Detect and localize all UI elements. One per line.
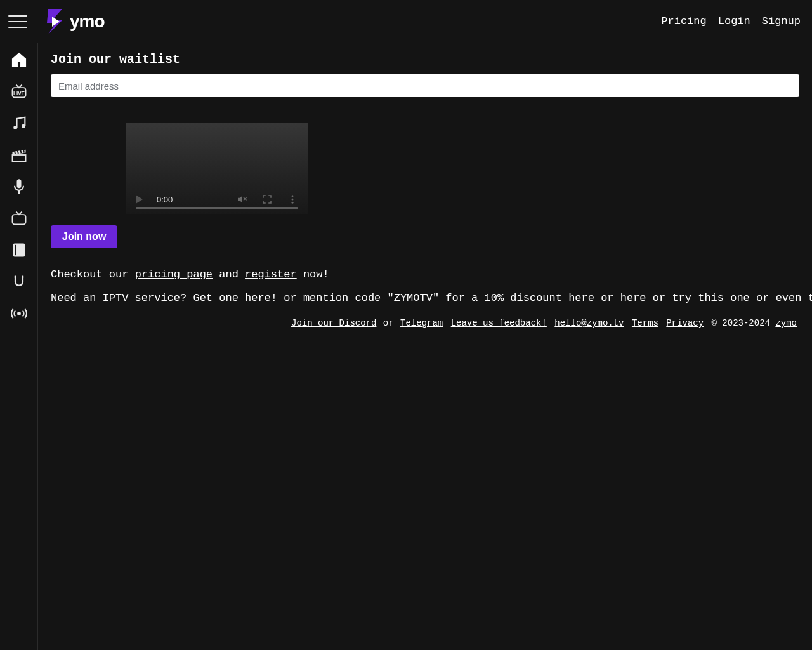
fullscreen-icon[interactable] — [261, 194, 273, 205]
svg-rect-5 — [12, 155, 25, 162]
logo-mark-icon — [43, 8, 66, 36]
movies-icon[interactable] — [9, 145, 29, 165]
svg-text:LIVE: LIVE — [13, 91, 25, 96]
video-progress[interactable] — [136, 207, 298, 209]
iptv-link-5[interactable]: t — [808, 292, 812, 304]
tv-icon[interactable] — [9, 208, 29, 229]
header: ymo Pricing Login Signup — [0, 0, 812, 43]
logo[interactable]: ymo — [43, 8, 105, 36]
footer-terms[interactable]: Terms — [632, 318, 658, 328]
nav-login[interactable]: Login — [718, 15, 750, 27]
iptv-link-2[interactable]: mention code "ZYMOTV" for a 10% discount… — [303, 292, 594, 304]
mute-icon[interactable] — [236, 194, 247, 205]
iptv-link-4[interactable]: this one — [698, 292, 750, 304]
pricing-link[interactable]: pricing page — [135, 269, 213, 281]
music-icon[interactable] — [9, 113, 29, 133]
nav-pricing[interactable]: Pricing — [661, 15, 706, 27]
svg-point-13 — [17, 312, 21, 315]
footer-discord[interactable]: Join our Discord — [291, 318, 376, 328]
iptv-link-1[interactable]: Get one here! — [193, 292, 277, 304]
svg-point-17 — [292, 199, 294, 201]
join-now-button[interactable]: Join now — [51, 225, 117, 248]
email-input[interactable] — [51, 74, 799, 97]
menu-icon[interactable] — [5, 9, 30, 34]
logo-text: ymo — [70, 11, 105, 32]
more-icon[interactable] — [287, 194, 298, 205]
sidebar: LIVE — [0, 43, 38, 650]
pitch-line-2: Need an IPTV service? Get one here! or m… — [51, 289, 799, 307]
video-player[interactable]: 0:00 — [126, 123, 799, 214]
nav-signup[interactable]: Signup — [762, 15, 801, 27]
play-icon[interactable] — [136, 195, 143, 204]
waitlist-heading: Join our waitlist — [51, 52, 799, 67]
iptv-link-3[interactable]: here — [620, 292, 646, 304]
footer: Join our Discord or Telegram Leave us fe… — [51, 318, 799, 328]
magnet-icon[interactable] — [9, 272, 29, 292]
footer-privacy[interactable]: Privacy — [666, 318, 704, 328]
svg-point-18 — [292, 202, 294, 204]
svg-point-4 — [22, 124, 25, 128]
footer-email[interactable]: hello@zymo.tv — [554, 318, 624, 328]
svg-rect-10 — [15, 245, 16, 255]
broadcast-icon[interactable] — [9, 303, 29, 324]
svg-point-16 — [292, 195, 294, 197]
register-link[interactable]: register — [245, 269, 297, 281]
mic-icon[interactable] — [9, 176, 29, 197]
footer-zymo[interactable]: zymo — [775, 318, 797, 328]
svg-rect-8 — [12, 215, 25, 224]
pitch-line-1: Checkout our pricing page and register n… — [51, 266, 799, 283]
svg-point-3 — [13, 126, 17, 129]
header-links: Pricing Login Signup — [661, 15, 801, 27]
main-content: Join our waitlist 0:00 Join now — [38, 43, 812, 650]
home-icon[interactable] — [9, 50, 29, 70]
live-icon[interactable]: LIVE — [9, 81, 29, 102]
svg-rect-6 — [16, 179, 21, 188]
footer-telegram[interactable]: Telegram — [400, 318, 443, 328]
footer-feedback[interactable]: Leave us feedback! — [451, 318, 547, 328]
book-icon[interactable] — [9, 240, 29, 260]
video-time: 0:00 — [157, 195, 173, 204]
